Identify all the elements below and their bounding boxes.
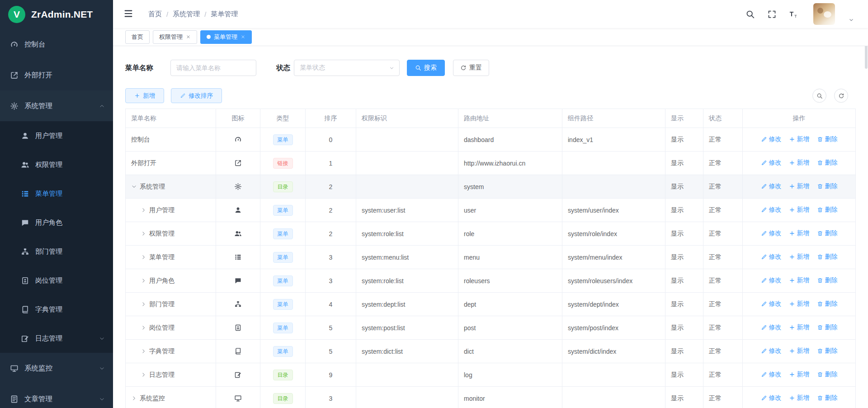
reset-button[interactable]: 重置	[453, 60, 489, 76]
add-button[interactable]: 新增	[125, 88, 164, 103]
table-row[interactable]: 用户角色菜单3system:role:listroleuserssystem/r…	[126, 269, 856, 293]
fullscreen-button[interactable]	[767, 9, 777, 19]
sidebar-item-label: 菜单管理	[35, 190, 62, 198]
table-row[interactable]: 系统监控目录3monitor显示正常修改新增删除	[126, 387, 856, 408]
breadcrumb-item[interactable]: 首页	[148, 10, 162, 19]
sidebar-item-dept[interactable]: 部门管理	[0, 237, 113, 266]
sidebar-item-user[interactable]: 用户管理	[0, 121, 113, 150]
table-row[interactable]: 菜单管理菜单3system:menu:listmenusystem/menu/i…	[126, 246, 856, 269]
edit-link[interactable]: 修改	[761, 347, 782, 355]
add-link[interactable]: 新增	[789, 323, 810, 332]
delete-link[interactable]: 删除	[817, 135, 838, 143]
collapse-row-icon[interactable]	[131, 184, 137, 190]
expand-row-icon[interactable]	[141, 372, 146, 378]
table-row[interactable]: 岗位管理菜单5system:post:listpostsystem/post/i…	[126, 316, 856, 340]
expand-row-icon[interactable]	[141, 301, 146, 307]
delete-link[interactable]: 删除	[817, 347, 838, 355]
delete-link[interactable]: 删除	[817, 394, 838, 402]
add-link[interactable]: 新增	[789, 182, 810, 190]
add-link[interactable]: 新增	[789, 159, 810, 167]
table-row[interactable]: 外部打开链接1http://www.izhaorui.cn显示正常修改新增删除	[126, 152, 856, 175]
add-link[interactable]: 新增	[789, 370, 810, 379]
delete-link[interactable]: 删除	[817, 182, 838, 190]
expand-row-icon[interactable]	[141, 254, 146, 260]
table-row[interactable]: 日志管理目录9log显示正常修改新增删除	[126, 363, 856, 387]
delete-link[interactable]: 删除	[817, 276, 838, 285]
edit-link[interactable]: 修改	[761, 394, 782, 402]
delete-link[interactable]: 删除	[817, 300, 838, 308]
sidebar-item-roleusers[interactable]: 用户角色	[0, 208, 113, 237]
expand-row-icon[interactable]	[141, 348, 146, 354]
trash-icon	[817, 207, 823, 213]
add-link[interactable]: 新增	[789, 394, 810, 402]
edit-link-label: 修改	[769, 300, 782, 308]
table-row[interactable]: 字典管理菜单5system:dict:listdictsystem/dict/i…	[126, 340, 856, 363]
tab-1[interactable]: 权限管理	[153, 30, 197, 44]
sidebar-menu: 控制台外部打开系统管理用户管理权限管理菜单管理用户角色部门管理岗位管理字典管理日…	[0, 29, 113, 408]
sidebar-fold-button[interactable]	[123, 9, 134, 19]
edit-link[interactable]: 修改	[761, 300, 782, 308]
sidebar-item-log[interactable]: 日志管理	[0, 324, 113, 353]
trash-icon	[817, 301, 823, 307]
chevron-down-icon[interactable]	[848, 17, 854, 23]
sidebar-item-dashboard[interactable]: 控制台	[0, 29, 113, 60]
add-link[interactable]: 新增	[789, 253, 810, 261]
add-link[interactable]: 新增	[789, 229, 810, 237]
expand-row-icon[interactable]	[141, 207, 146, 213]
sidebar-item-post[interactable]: 岗位管理	[0, 266, 113, 295]
sidebar-item-role[interactable]: 权限管理	[0, 150, 113, 179]
expand-row-icon[interactable]	[141, 278, 146, 284]
tab-0[interactable]: 首页	[125, 30, 150, 44]
table-row[interactable]: 权限管理菜单2system:role:listrolesystem/role/i…	[126, 222, 856, 246]
tab-2[interactable]: 菜单管理	[200, 30, 252, 44]
table-row[interactable]: 控制台菜单0dashboardindex_v1显示正常修改新增删除	[126, 128, 856, 152]
add-link[interactable]: 新增	[789, 135, 810, 143]
route-value: user	[458, 199, 562, 222]
search-icon	[816, 93, 823, 99]
user-avatar[interactable]	[813, 3, 835, 25]
menu-name-input[interactable]	[170, 60, 256, 76]
font-size-button[interactable]	[789, 9, 798, 19]
edit-link[interactable]: 修改	[761, 253, 782, 261]
sidebar-item-system[interactable]: 系统管理	[0, 90, 113, 121]
sidebar-item-external[interactable]: 外部打开	[0, 60, 113, 90]
table-row[interactable]: 部门管理菜单4system:dept:listdeptsystem/dept/i…	[126, 293, 856, 316]
sidebar-item-dict[interactable]: 字典管理	[0, 295, 113, 324]
add-link[interactable]: 新增	[789, 300, 810, 308]
sidebar-item-article[interactable]: 文章管理	[0, 384, 113, 408]
edit-link[interactable]: 修改	[761, 182, 782, 190]
show-search-button[interactable]	[812, 89, 826, 103]
delete-link[interactable]: 删除	[817, 370, 838, 379]
delete-link[interactable]: 删除	[817, 206, 838, 214]
status-select[interactable]: 菜单状态	[294, 60, 400, 76]
expand-row-icon[interactable]	[131, 395, 137, 401]
search-button[interactable]: 搜索	[407, 60, 445, 76]
expand-row-icon[interactable]	[141, 325, 146, 331]
delete-link[interactable]: 删除	[817, 323, 838, 332]
table-row[interactable]: 系统管理目录2system显示正常修改新增删除	[126, 175, 856, 199]
edit-link[interactable]: 修改	[761, 229, 782, 237]
expand-row-icon[interactable]	[141, 231, 146, 237]
breadcrumb-item[interactable]: 菜单管理	[211, 10, 238, 19]
delete-link[interactable]: 删除	[817, 229, 838, 237]
edit-link[interactable]: 修改	[761, 323, 782, 332]
add-link-label: 新增	[797, 347, 810, 355]
edit-link[interactable]: 修改	[761, 370, 782, 379]
delete-link[interactable]: 删除	[817, 159, 838, 167]
add-link[interactable]: 新增	[789, 347, 810, 355]
add-link[interactable]: 新增	[789, 276, 810, 285]
refresh-table-button[interactable]	[834, 89, 848, 103]
edit-link[interactable]: 修改	[761, 159, 782, 167]
header-search-button[interactable]	[745, 9, 755, 19]
edit-sort-button[interactable]: 修改排序	[171, 88, 222, 103]
breadcrumb-item[interactable]: 系统管理	[173, 10, 200, 19]
add-link[interactable]: 新增	[789, 206, 810, 214]
sidebar-item-menu[interactable]: 菜单管理	[0, 179, 113, 208]
edit-link[interactable]: 修改	[761, 206, 782, 214]
table-row[interactable]: 用户管理菜单2system:user:listusersystem/user/i…	[126, 199, 856, 222]
page-scrollbar[interactable]	[864, 0, 868, 408]
edit-link[interactable]: 修改	[761, 276, 782, 285]
delete-link[interactable]: 删除	[817, 253, 838, 261]
sidebar-item-monitor[interactable]: 系统监控	[0, 353, 113, 384]
edit-link[interactable]: 修改	[761, 135, 782, 143]
